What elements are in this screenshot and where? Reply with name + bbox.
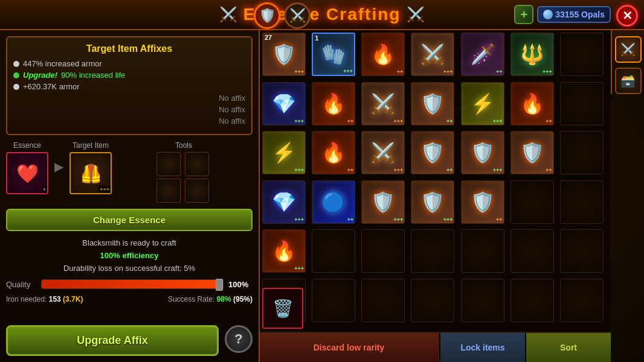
item-badge: +++	[394, 118, 404, 124]
item-badge: +++	[294, 69, 304, 75]
grid-cell[interactable]: 🔥++	[361, 33, 405, 76]
no-affix-2: No affix	[13, 105, 245, 114]
iron-label: Iron needed: 153 (3.7K)	[6, 295, 83, 303]
grid-cell[interactable]	[411, 229, 454, 273]
grid-cell[interactable]: 🛡️+++	[461, 131, 504, 174]
grid-cell[interactable]: 🔥++	[510, 82, 554, 125]
change-essence-button[interactable]: Change Essence	[6, 209, 253, 231]
grid-cell[interactable]	[560, 180, 604, 224]
item-badge: ++	[496, 217, 503, 223]
help-button[interactable]: ?	[225, 325, 253, 353]
grid-cell[interactable]: 🔱+++	[510, 33, 554, 76]
grid-cell[interactable]	[560, 229, 604, 273]
grid-cell[interactable]	[411, 279, 454, 322]
inventory-tab-btn[interactable]: ⚔️	[615, 36, 642, 63]
item-badge: ++	[496, 69, 503, 75]
grid-cell[interactable]: ⚔️+++	[361, 131, 405, 174]
quality-bar-container[interactable]	[41, 279, 224, 289]
storage-tab-btn[interactable]: 🗃️	[615, 68, 642, 94]
success-extra: (95%)	[233, 295, 253, 303]
close-button[interactable]: ✕	[616, 5, 638, 27]
upgrade-affix-button[interactable]: Upgrade Affix	[6, 325, 219, 356]
grid-cell[interactable]	[510, 180, 554, 224]
affix-text-2: 90% increased life	[61, 71, 125, 80]
sort-button[interactable]: Sort	[526, 333, 611, 362]
tool-slot-2[interactable]	[185, 152, 209, 176]
efficiency-label: 100% efficiency	[100, 251, 159, 260]
success-label: Success Rate: 98% (95%)	[168, 295, 253, 303]
grid-cell[interactable]	[312, 229, 355, 273]
no-affix-1: No affix	[13, 94, 245, 103]
item-badge: ++	[347, 118, 354, 124]
inventory-bottom-bar: Discard low rarity Lock items Sort	[260, 332, 611, 362]
grid-cell[interactable]: 🔥++	[312, 82, 355, 125]
grid-cell[interactable]: 27🛡️+++	[262, 33, 306, 76]
grid-cell[interactable]	[560, 131, 604, 174]
grid-cell[interactable]: 🛡️++	[510, 131, 554, 174]
add-button[interactable]: +	[514, 5, 533, 24]
grid-cell[interactable]	[461, 279, 504, 322]
grid-cell[interactable]	[312, 279, 355, 322]
grid-cell[interactable]: 🛡️++	[411, 131, 454, 174]
grid-cell[interactable]: 🔥++	[312, 131, 355, 174]
affix-row-3: +620.37K armor	[13, 82, 245, 91]
item-icon: 💎	[266, 184, 302, 220]
essence-slot[interactable]: ❤️ +	[6, 152, 48, 194]
grid-cell[interactable]: ⚔️+++	[361, 82, 405, 125]
item-icon: 🗡️	[465, 36, 501, 72]
iron-extra: (3.7K)	[63, 295, 83, 303]
tool-slot-3[interactable]	[156, 179, 181, 203]
item-badge: +++	[294, 265, 304, 272]
item-badge: +++	[493, 167, 503, 173]
item-icon: ⚡	[266, 135, 302, 171]
item-badge: +++	[294, 118, 304, 124]
item-badge: +++	[294, 217, 304, 223]
grid-cell[interactable]	[560, 279, 604, 322]
weapon-filter-btn[interactable]: ⚔️	[284, 2, 311, 29]
tool-slot-4[interactable]	[185, 179, 209, 203]
grid-cell[interactable]	[510, 279, 554, 322]
item-icon: ⚔️	[414, 36, 451, 72]
discard-button[interactable]: Discard low rarity	[260, 333, 439, 362]
trash-area[interactable]: 🗑️	[262, 288, 303, 329]
essence-label: Essence	[6, 141, 48, 150]
affix-row-1: 447% increased armor	[13, 59, 245, 68]
lock-button[interactable]: Lock items	[440, 333, 525, 362]
grid-cell[interactable]	[510, 229, 554, 273]
grid-cell[interactable]: 🛡️+++	[361, 180, 405, 224]
target-slot[interactable]: 🦺 +++	[69, 152, 112, 194]
grid-cell[interactable]: ⚡+++	[262, 131, 306, 174]
grid-cell[interactable]: 🛡️+++	[411, 180, 454, 224]
grid-cell[interactable]: 🛡️++	[411, 82, 454, 125]
grid-cell[interactable]: 1🧤+++	[312, 33, 355, 76]
upgrade-label: Upgrade!	[23, 71, 57, 80]
quality-bar-handle[interactable]	[216, 279, 223, 291]
grid-cell[interactable]: 🛡️++	[461, 180, 504, 224]
item-badge: ++	[446, 118, 453, 124]
grid-cell[interactable]: 💎+++	[262, 180, 306, 224]
grid-cell[interactable]	[560, 82, 604, 125]
tool-slot-1[interactable]	[156, 152, 181, 176]
item-icon: 💎	[266, 86, 302, 122]
item-badge: ++	[347, 167, 354, 173]
essence-item-icon: ❤️	[16, 163, 39, 184]
grid-cell[interactable]: 🔵++	[312, 180, 355, 224]
armor-filter-btn[interactable]: 🛡️	[254, 2, 280, 29]
grid-cell[interactable]	[560, 33, 604, 76]
affix-dot-3	[13, 84, 19, 90]
grid-cell[interactable]	[461, 229, 504, 273]
item-grid: 27🛡️+++1🧤+++🔥++⚔️+++🗡️++🔱+++💎+++🔥++⚔️+++…	[260, 30, 611, 329]
trash-icon: 🗑️	[272, 299, 294, 319]
grid-cell[interactable]: 💎+++	[262, 82, 306, 125]
grid-cell[interactable]: ⚔️+++	[411, 33, 454, 76]
item-badge: ++	[546, 118, 552, 124]
grid-cell[interactable]: ⚡+++	[461, 82, 504, 125]
grid-cell[interactable]	[361, 279, 405, 322]
grid-cell[interactable]: 🗡️++	[461, 33, 504, 76]
item-badge: ++	[546, 167, 552, 173]
target-label: Target Item	[69, 141, 112, 150]
opals-display: 33155 Opals	[537, 6, 611, 23]
no-affix-3: No affix	[13, 116, 245, 125]
grid-cell[interactable]: 🔥+++	[262, 229, 306, 273]
grid-cell[interactable]	[361, 229, 405, 273]
